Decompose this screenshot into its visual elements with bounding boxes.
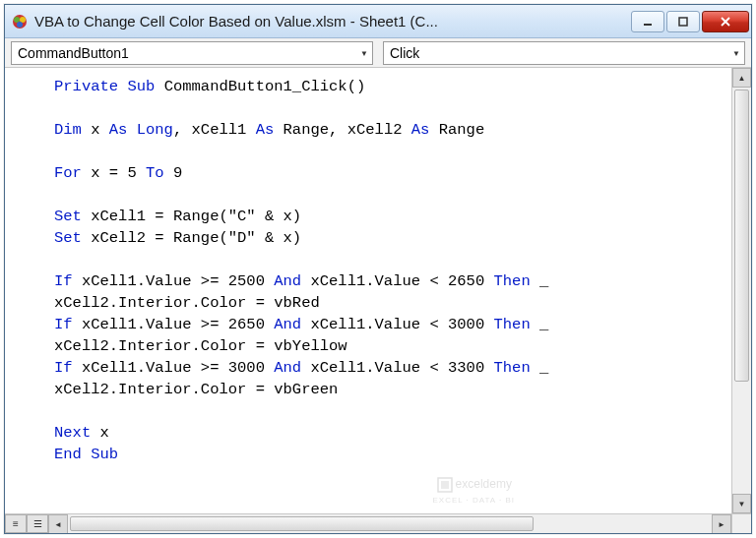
scroll-right-button[interactable]: ►	[712, 514, 731, 533]
scroll-down-button[interactable]: ▼	[732, 494, 751, 513]
code-line[interactable]: For x = 5 To 9	[54, 162, 722, 184]
horizontal-scroll-track[interactable]	[68, 514, 712, 533]
scrollbar-corner	[731, 513, 751, 533]
full-module-view-button[interactable]: ☰	[27, 514, 48, 533]
code-line[interactable]: Next x	[54, 422, 722, 444]
window-title: VBA to Change Cell Color Based on Value.…	[34, 13, 625, 30]
object-combo[interactable]: CommandButton1 ▼	[11, 41, 373, 65]
svg-rect-4	[644, 24, 652, 26]
svg-point-1	[14, 17, 20, 23]
close-button[interactable]	[702, 11, 749, 32]
vertical-scroll-track[interactable]	[732, 88, 751, 494]
scroll-up-button[interactable]: ▲	[732, 68, 751, 88]
code-line[interactable]	[54, 400, 722, 422]
code-line[interactable]: If xCell1.Value >= 2500 And xCell1.Value…	[54, 270, 722, 292]
code-line[interactable]: End Sub	[54, 444, 722, 465]
app-icon	[11, 13, 29, 30]
chevron-down-icon: ▼	[360, 48, 368, 57]
code-line[interactable]: Private Sub CommandButton1_Click()	[54, 76, 722, 97]
code-line[interactable]: Set xCell2 = Range("D" & x)	[54, 227, 722, 249]
minimize-button[interactable]	[631, 11, 664, 32]
code-area: Private Sub CommandButton1_Click() Dim x…	[5, 68, 751, 533]
code-line[interactable]: If xCell1.Value >= 3000 And xCell1.Value…	[54, 357, 722, 379]
code-toolbar: CommandButton1 ▼ Click ▼	[5, 38, 751, 68]
code-line[interactable]: If xCell1.Value >= 2650 And xCell1.Value…	[54, 314, 722, 335]
horizontal-scroll-thumb[interactable]	[70, 516, 534, 531]
code-editor[interactable]: Private Sub CommandButton1_Click() Dim x…	[5, 68, 731, 513]
procedure-combo-value: Click	[390, 45, 419, 61]
vertical-scrollbar[interactable]: ▲ ▼	[731, 68, 751, 513]
titlebar[interactable]: VBA to Change Cell Color Based on Value.…	[5, 5, 751, 38]
chevron-down-icon: ▼	[732, 48, 740, 57]
code-line[interactable]: xCell2.Interior.Color = vbYellow	[54, 335, 722, 357]
code-line[interactable]	[54, 97, 722, 119]
code-line[interactable]: xCell2.Interior.Color = vbGreen	[54, 379, 722, 400]
vertical-scroll-thumb[interactable]	[734, 90, 749, 382]
procedure-combo[interactable]: Click ▼	[383, 41, 745, 65]
maximize-button[interactable]	[666, 11, 700, 32]
code-line[interactable]: Dim x As Long, xCell1 As Range, xCell2 A…	[54, 119, 722, 141]
svg-point-2	[20, 17, 26, 23]
code-line[interactable]	[54, 184, 722, 206]
scroll-left-button[interactable]: ◄	[48, 514, 68, 533]
svg-point-3	[17, 22, 23, 28]
window-controls	[631, 11, 749, 32]
svg-rect-5	[679, 18, 687, 26]
code-line[interactable]	[54, 249, 722, 270]
procedure-view-button[interactable]: ≡	[5, 514, 27, 533]
object-combo-value: CommandButton1	[18, 45, 129, 61]
horizontal-scrollbar[interactable]: ≡ ☰ ◄ ►	[5, 513, 731, 533]
code-line[interactable]	[54, 141, 722, 162]
code-line[interactable]: Set xCell1 = Range("C" & x)	[54, 206, 722, 227]
vbe-window: VBA to Change Cell Color Based on Value.…	[4, 4, 752, 534]
code-line[interactable]: xCell2.Interior.Color = vbRed	[54, 292, 722, 314]
